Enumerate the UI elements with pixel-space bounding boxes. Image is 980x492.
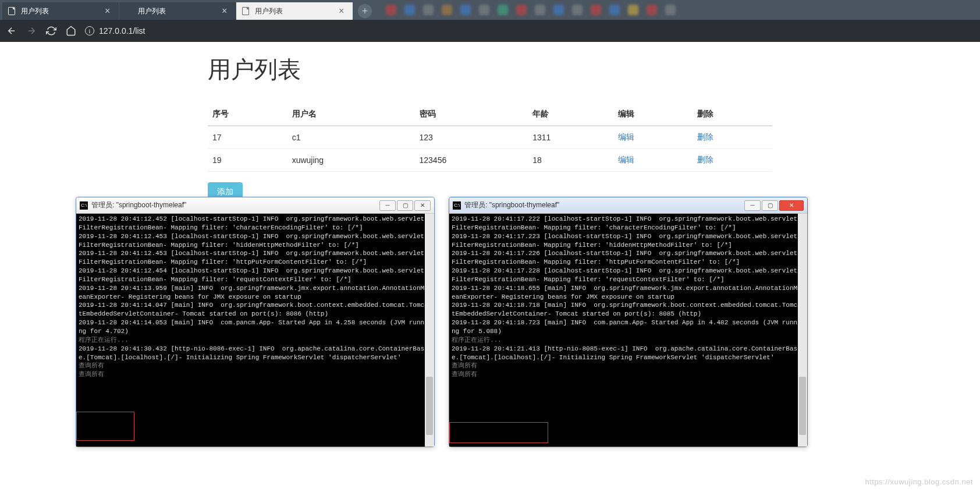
console-title: 管理员: "springboot-thymeleaf" (464, 200, 744, 202)
url-field[interactable]: i 127.0.0.1/list (85, 26, 974, 36)
new-tab-button[interactable]: + (358, 4, 372, 18)
minimize-button[interactable]: ─ (379, 200, 396, 203)
browser-tab[interactable]: 用户列表 (119, 2, 236, 20)
console-windows: C:\ 管理员: "springboot-thymeleaf" ─ ▢ ✕ 20… (76, 197, 808, 202)
table-row: 19 xuwujing 123456 18 编辑 删除 (208, 149, 772, 172)
cell-pwd: 123 (415, 126, 528, 149)
browser-tab-active[interactable]: 用户列表 (236, 2, 353, 20)
close-icon[interactable] (222, 7, 230, 15)
tab-title: 用户列表 (21, 6, 101, 16)
address-bar: i 127.0.0.1/list (0, 20, 980, 42)
cell-name: c1 (287, 126, 415, 149)
delete-link[interactable]: 删除 (697, 132, 713, 141)
col-header-pwd: 密码 (415, 103, 528, 126)
col-header-id: 序号 (208, 103, 287, 126)
cell-name: xuwujing (287, 149, 415, 172)
col-header-name: 用户名 (287, 103, 415, 126)
tab-title: 用户列表 (138, 6, 218, 16)
close-icon[interactable] (105, 7, 113, 15)
cell-id: 17 (208, 126, 287, 149)
col-header-del: 删除 (693, 103, 772, 126)
console-titlebar[interactable]: C:\ 管理员: "springboot-thymeleaf" ─ ▢ ✕ (76, 197, 434, 202)
back-button[interactable] (6, 25, 17, 37)
close-button[interactable]: ✕ (414, 200, 431, 203)
console-title: 管理员: "springboot-thymeleaf" (91, 200, 379, 202)
browser-tab[interactable]: 用户列表 (2, 2, 119, 20)
console-window[interactable]: C:\ 管理员: "springboot-thymeleaf" ─ ▢ ✕ 20… (449, 197, 808, 202)
page-content: 用户列表 序号 用户名 密码 年龄 编辑 删除 17 c1 123 1311 编… (0, 42, 980, 202)
edit-link[interactable]: 编辑 (618, 155, 634, 164)
col-header-edit: 编辑 (613, 103, 693, 126)
user-table: 序号 用户名 密码 年龄 编辑 删除 17 c1 123 1311 编辑 删除 … (208, 103, 772, 172)
cell-id: 19 (208, 149, 287, 172)
browser-tab-strip: 用户列表 用户列表 用户列表 + (0, 0, 980, 20)
console-titlebar[interactable]: C:\ 管理员: "springboot-thymeleaf" ─ ▢ ✕ (449, 197, 807, 202)
maximize-button[interactable]: ▢ (762, 200, 778, 203)
cell-age: 1311 (528, 126, 613, 149)
cmd-icon: C:\ (453, 201, 461, 203)
tab-title: 用户列表 (255, 6, 335, 16)
page-title: 用户列表 (208, 54, 772, 86)
table-row: 17 c1 123 1311 编辑 删除 (208, 126, 772, 149)
delete-link[interactable]: 删除 (697, 155, 713, 164)
console-window[interactable]: C:\ 管理员: "springboot-thymeleaf" ─ ▢ ✕ 20… (76, 197, 435, 202)
file-icon (242, 7, 250, 15)
col-header-age: 年龄 (528, 103, 613, 126)
home-button[interactable] (65, 25, 77, 37)
minimize-button[interactable]: ─ (744, 200, 761, 203)
forward-button[interactable] (26, 25, 37, 37)
info-icon[interactable]: i (85, 26, 94, 36)
close-button[interactable]: ✕ (779, 200, 804, 203)
edit-link[interactable]: 编辑 (618, 132, 634, 141)
leaf-icon (125, 7, 133, 15)
cell-age: 18 (528, 149, 613, 172)
file-icon (8, 7, 16, 15)
url-text: 127.0.0.1/list (99, 26, 145, 36)
cmd-icon: C:\ (80, 201, 88, 203)
maximize-button[interactable]: ▢ (397, 200, 413, 203)
reload-button[interactable] (45, 25, 57, 37)
close-icon[interactable] (339, 7, 347, 15)
cell-pwd: 123456 (415, 149, 528, 172)
extension-icons-blurred (372, 0, 980, 20)
